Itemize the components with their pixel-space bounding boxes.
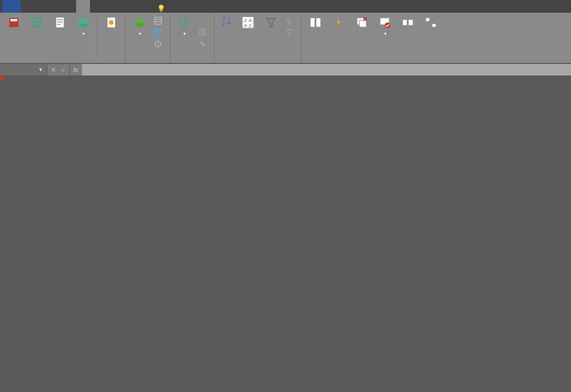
edit-links-button[interactable] bbox=[196, 38, 212, 50]
svg-text:A: A bbox=[249, 18, 252, 23]
group-sort-filter: AZ ZAAZ bbox=[215, 13, 302, 63]
tab-power-pivot[interactable] bbox=[132, 0, 145, 13]
sort-button[interactable]: ZAAZ bbox=[236, 14, 260, 60]
group-label-connections bbox=[172, 60, 212, 63]
formula-input[interactable] bbox=[82, 64, 571, 76]
from-web-button[interactable] bbox=[25, 14, 48, 60]
name-box-dropdown-icon: ▼ bbox=[38, 67, 43, 73]
from-table-button[interactable] bbox=[151, 27, 167, 38]
globe-icon bbox=[29, 15, 44, 30]
svg-rect-3 bbox=[56, 17, 64, 28]
sort-asc-icon: AZ bbox=[219, 15, 234, 30]
relations-button[interactable] bbox=[419, 14, 442, 60]
columns-icon bbox=[308, 15, 323, 30]
tab-developer[interactable] bbox=[118, 0, 132, 13]
consolidate-icon bbox=[400, 15, 415, 30]
reapply-icon bbox=[285, 28, 294, 37]
tab-formulas[interactable] bbox=[62, 0, 76, 13]
svg-rect-26 bbox=[316, 18, 321, 27]
refresh-all-button[interactable]: ▾ bbox=[172, 14, 196, 60]
data-validation-button[interactable]: ▾ bbox=[373, 14, 396, 60]
svg-point-11 bbox=[136, 23, 144, 27]
advanced-button[interactable] bbox=[283, 38, 299, 50]
tab-data[interactable] bbox=[76, 0, 90, 13]
validation-icon bbox=[377, 15, 392, 30]
recent-sources-button[interactable] bbox=[151, 38, 167, 50]
list-icon bbox=[153, 16, 163, 25]
svg-rect-34 bbox=[426, 18, 430, 21]
group-data-tools: ▾ bbox=[302, 13, 445, 63]
properties-icon bbox=[198, 28, 207, 37]
query-icon bbox=[132, 15, 147, 30]
tab-review[interactable] bbox=[90, 0, 104, 13]
svg-text:Z: Z bbox=[244, 18, 247, 23]
group-connections: ▾ bbox=[170, 13, 215, 63]
sort-az-button[interactable]: AZ bbox=[217, 14, 236, 60]
filter-button[interactable] bbox=[260, 14, 283, 60]
svg-text:Z: Z bbox=[222, 21, 226, 27]
tab-view[interactable] bbox=[104, 0, 118, 13]
svg-text:Z: Z bbox=[249, 23, 251, 28]
svg-rect-12 bbox=[155, 17, 161, 24]
name-box[interactable]: ▼ bbox=[0, 64, 47, 76]
fx-icon[interactable]: fx bbox=[70, 64, 82, 76]
lightbulb-icon: 💡 bbox=[157, 5, 166, 13]
tab-file[interactable] bbox=[2, 0, 21, 13]
tab-page-layout[interactable] bbox=[48, 0, 62, 13]
clear-button[interactable] bbox=[283, 15, 299, 27]
flash-fill-button[interactable] bbox=[327, 14, 350, 60]
from-text-button[interactable] bbox=[48, 14, 72, 60]
svg-text:A: A bbox=[222, 15, 226, 21]
menu-tab-bar: 💡 bbox=[0, 0, 571, 13]
svg-text:A: A bbox=[244, 23, 247, 28]
relations-icon bbox=[423, 15, 438, 30]
group-label-transform bbox=[128, 60, 167, 63]
advanced-icon bbox=[285, 39, 294, 48]
enter-icon[interactable]: ✓ bbox=[61, 66, 66, 74]
clear-icon bbox=[285, 16, 294, 25]
svg-rect-33 bbox=[408, 20, 413, 25]
group-get-transform: ▾ bbox=[126, 13, 170, 63]
properties-button[interactable] bbox=[196, 27, 212, 38]
show-queries-button[interactable] bbox=[151, 15, 167, 27]
svg-rect-35 bbox=[432, 24, 436, 27]
group-label-external bbox=[2, 60, 123, 63]
tab-home[interactable] bbox=[21, 0, 35, 13]
table-icon bbox=[153, 28, 163, 37]
formula-buttons: ✕ ✓ bbox=[47, 64, 70, 76]
svg-rect-32 bbox=[403, 20, 407, 25]
edit-links-icon bbox=[198, 39, 207, 48]
svg-point-6 bbox=[78, 24, 88, 27]
selection-highlight bbox=[0, 76, 3, 80]
svg-rect-29 bbox=[359, 20, 366, 27]
link-icon bbox=[198, 16, 207, 25]
tab-insert[interactable] bbox=[35, 0, 48, 13]
cancel-icon[interactable]: ✕ bbox=[51, 66, 56, 74]
connections-icon bbox=[104, 15, 119, 30]
refresh-icon bbox=[176, 15, 191, 30]
text-to-columns-button[interactable] bbox=[304, 14, 327, 60]
tell-me-search[interactable]: 💡 bbox=[145, 5, 168, 13]
consolidate-button[interactable] bbox=[396, 14, 419, 60]
group-get-external-data: ▾ bbox=[0, 13, 126, 63]
filter-icon bbox=[264, 15, 279, 30]
flash-fill-icon bbox=[331, 15, 346, 30]
remove-duplicates-button[interactable] bbox=[350, 14, 373, 60]
svg-rect-15 bbox=[200, 29, 205, 35]
new-query-button[interactable]: ▾ bbox=[128, 14, 151, 60]
from-other-sources-button[interactable]: ▾ bbox=[72, 14, 95, 60]
recent-icon bbox=[153, 39, 163, 48]
from-access-button[interactable] bbox=[2, 14, 25, 60]
formula-bar: ▼ ✕ ✓ fx bbox=[0, 63, 571, 76]
svg-rect-25 bbox=[310, 18, 315, 27]
database-icon bbox=[6, 15, 21, 30]
group-label-data-tools bbox=[304, 60, 442, 63]
existing-connections-button[interactable] bbox=[100, 14, 123, 60]
text-file-icon bbox=[52, 15, 67, 30]
connections-button[interactable] bbox=[196, 15, 212, 27]
sort-icon: ZAAZ bbox=[241, 15, 256, 30]
svg-point-8 bbox=[109, 20, 114, 25]
reapply-button[interactable] bbox=[283, 27, 299, 38]
svg-rect-1 bbox=[10, 19, 17, 21]
group-label-sort-filter bbox=[217, 60, 299, 63]
